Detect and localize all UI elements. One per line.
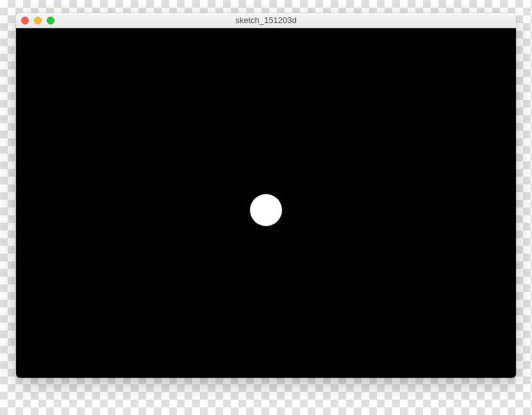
circle-shape <box>250 194 282 226</box>
maximize-icon[interactable] <box>47 17 54 24</box>
app-window: sketch_151203d <box>16 13 516 378</box>
titlebar[interactable]: sketch_151203d <box>16 13 516 28</box>
close-icon[interactable] <box>21 17 29 24</box>
window-title: sketch_151203d <box>16 15 516 25</box>
window-controls <box>21 17 54 24</box>
minimize-icon[interactable] <box>34 17 42 24</box>
sketch-canvas[interactable] <box>16 28 516 378</box>
